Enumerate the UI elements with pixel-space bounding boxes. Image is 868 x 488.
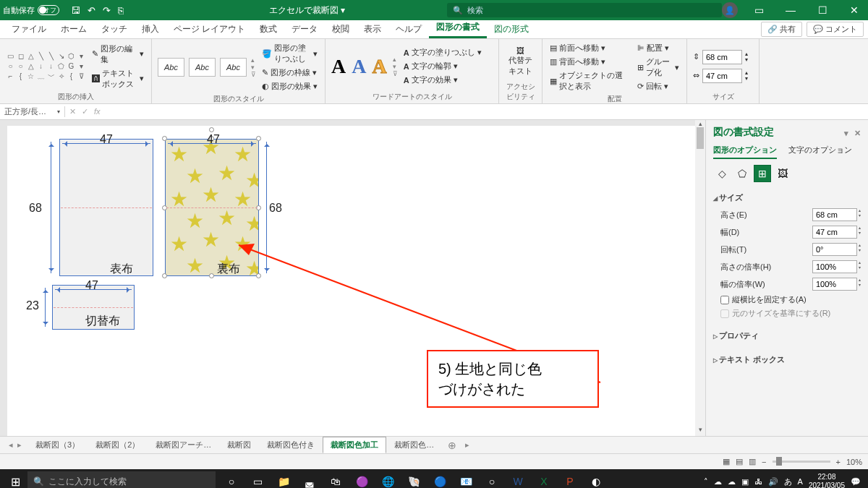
- app4-icon[interactable]: 🔵: [428, 470, 451, 488]
- powerpoint-icon[interactable]: P: [558, 470, 582, 488]
- picture-icon[interactable]: 🖼: [774, 165, 791, 182]
- app2-icon[interactable]: 🟣: [350, 470, 373, 488]
- sheet-nav-next[interactable]: ▸: [17, 440, 22, 450]
- sel-handle[interactable]: [209, 273, 214, 278]
- edge-icon[interactable]: 🌐: [376, 470, 399, 488]
- shape-gallery[interactable]: ▭◻△╲╲↘⬡▾ ○○△↓↓⬠G▾ ⌐{☆﹏﹀✧{⊽: [6, 51, 86, 81]
- excel-icon[interactable]: X: [532, 470, 556, 488]
- shape-style-preset-3[interactable]: Abc: [220, 58, 247, 77]
- tray-app-icon[interactable]: ▣: [741, 477, 749, 487]
- autosave-toggle[interactable]: 自動保存 オフ: [3, 5, 59, 16]
- align-button[interactable]: ⊫ 配置 ▾: [636, 42, 681, 54]
- sel-handle[interactable]: [162, 273, 167, 278]
- user-avatar[interactable]: 👤: [722, 2, 738, 18]
- pane-menu-icon[interactable]: ▾: [844, 129, 848, 137]
- tab-formulas[interactable]: 数式: [252, 20, 284, 38]
- size-properties-icon[interactable]: ⊞: [754, 165, 771, 182]
- sheet-nav-prev[interactable]: ◂: [9, 440, 13, 450]
- add-sheet-button[interactable]: ⊕: [442, 440, 462, 451]
- rotate-handle[interactable]: [209, 127, 214, 132]
- taskview-icon[interactable]: ▭: [246, 470, 269, 488]
- share-button[interactable]: 🔗 共有: [761, 22, 802, 37]
- zoom-out-icon[interactable]: −: [762, 458, 766, 466]
- rotate-button[interactable]: ⟳ 回転 ▾: [636, 80, 681, 93]
- outlook-icon[interactable]: 📧: [454, 470, 477, 488]
- text-fill-button[interactable]: A 文字の塗りつぶし ▾: [402, 46, 483, 59]
- canvas-area[interactable]: 47 68 表布 ★★★ ★★★ ★★★ ★★★ ★★★ ★★★: [0, 120, 705, 436]
- text-options-tab[interactable]: 文字のオプション: [788, 145, 852, 159]
- tab-home[interactable]: ホーム: [54, 20, 94, 38]
- sheet-tab[interactable]: 裁断図アーチ…: [148, 437, 219, 453]
- zoom-level[interactable]: 10%: [846, 458, 862, 466]
- app-icon[interactable]: ◛: [298, 470, 321, 488]
- app5-icon[interactable]: ○: [480, 470, 503, 488]
- height-input[interactable]: [812, 208, 857, 221]
- pagebreak-view-icon[interactable]: ▥: [749, 457, 756, 466]
- save-icon[interactable]: 🖫: [71, 5, 80, 16]
- explorer-icon[interactable]: 📁: [272, 470, 295, 488]
- shape-options-tab[interactable]: 図形のオプション: [713, 145, 777, 159]
- tray-chevron-icon[interactable]: ˄: [704, 477, 708, 487]
- shape-effects-button[interactable]: ◐ 図形の効果 ▾: [260, 80, 319, 93]
- shape-fill-button[interactable]: 🪣 図形の塗りつぶし ▾: [260, 42, 319, 65]
- comments-button[interactable]: 💬 コメント: [807, 22, 864, 37]
- sel-handle[interactable]: [162, 136, 167, 141]
- shape-height-input[interactable]: ⇕ ▴▾: [693, 50, 748, 64]
- wordart-gallery[interactable]: A A A ▴▾⊽: [331, 55, 398, 78]
- tray-a-icon[interactable]: A: [798, 477, 803, 486]
- send-backward-button[interactable]: ▥ 背面へ移動 ▾: [548, 56, 631, 68]
- fx-icon[interactable]: fx: [94, 107, 101, 116]
- tab-touch[interactable]: タッチ: [94, 20, 135, 38]
- app6-icon[interactable]: ◐: [584, 470, 608, 488]
- alt-text-button[interactable]: 🖼代替テキスト: [505, 46, 536, 77]
- tray-network-icon[interactable]: 🖧: [754, 477, 762, 486]
- cortana-icon[interactable]: ○: [220, 470, 243, 488]
- redo-icon[interactable]: ↷: [103, 5, 111, 16]
- notification-icon[interactable]: 💬: [851, 477, 861, 487]
- cancel-icon[interactable]: ✕: [69, 107, 76, 116]
- store-icon[interactable]: 🛍: [324, 470, 347, 488]
- sheet-nav-more[interactable]: ▸: [465, 440, 469, 450]
- tab-pagelayout[interactable]: ページ レイアウト: [166, 20, 252, 38]
- section-properties[interactable]: プロパティ: [713, 328, 861, 344]
- maximize-button[interactable]: ☐: [812, 4, 833, 16]
- fill-line-icon[interactable]: ◇: [713, 165, 731, 182]
- taskbar-search[interactable]: 🔍 ここに入力して検索: [27, 471, 216, 488]
- bring-forward-button[interactable]: ▤ 前面へ移動 ▾: [548, 42, 631, 54]
- pagelayout-view-icon[interactable]: ▤: [736, 457, 743, 466]
- tab-file[interactable]: ファイル: [4, 20, 54, 38]
- name-box[interactable]: 正方形/長…▾: [0, 106, 65, 117]
- app3-icon[interactable]: 🐚: [402, 470, 425, 488]
- shape-style-preset-2[interactable]: Abc: [189, 58, 216, 77]
- sheet-tab[interactable]: 裁断図（3）: [27, 437, 88, 453]
- sel-handle[interactable]: [256, 136, 261, 141]
- enter-icon[interactable]: ✓: [82, 107, 88, 116]
- tray-volume-icon[interactable]: 🔊: [768, 477, 778, 487]
- sheet-tab-active[interactable]: 裁断図色加工: [323, 437, 386, 453]
- effects-icon[interactable]: ⬠: [733, 165, 751, 182]
- tab-review[interactable]: 校閲: [325, 20, 357, 38]
- group-button[interactable]: ⊞ グループ化 ▾: [636, 56, 681, 79]
- width-input[interactable]: [812, 226, 857, 239]
- shape-style-preset-1[interactable]: Abc: [158, 58, 184, 77]
- tab-data[interactable]: データ: [284, 20, 325, 38]
- scalew-input[interactable]: [812, 278, 857, 291]
- word-icon[interactable]: W: [506, 470, 529, 488]
- tab-shape-format[interactable]: 図形の書式: [429, 18, 487, 38]
- undo-icon[interactable]: ↶: [88, 5, 95, 16]
- textbox-button[interactable]: 🅰 テキスト ボックス ▾: [90, 67, 145, 90]
- zoom-slider[interactable]: [773, 461, 830, 463]
- shape-outline-button[interactable]: ✎ 図形の枠線 ▾: [260, 67, 319, 79]
- text-effects-button[interactable]: A 文字の効果 ▾: [402, 74, 483, 86]
- sheet-tab[interactable]: 裁断図: [219, 437, 259, 453]
- edit-shape-button[interactable]: ✎ 図形の編集 ▾: [90, 43, 145, 66]
- pane-close-icon[interactable]: ✕: [854, 129, 861, 137]
- shape-width-input[interactable]: ⇔ ▴▾: [693, 69, 748, 83]
- taskbar-clock[interactable]: 22:082021/03/05: [809, 473, 845, 488]
- text-outline-button[interactable]: A 文字の輪郭 ▾: [402, 60, 483, 72]
- selection-pane-button[interactable]: ▦ オブジェクトの選択と表示: [548, 69, 631, 93]
- ribbon-display-icon[interactable]: ▭: [748, 4, 770, 16]
- sheet-tab[interactable]: 裁断図色付き: [259, 437, 323, 453]
- tab-view[interactable]: 表示: [357, 20, 388, 38]
- tab-help[interactable]: ヘルプ: [388, 20, 429, 38]
